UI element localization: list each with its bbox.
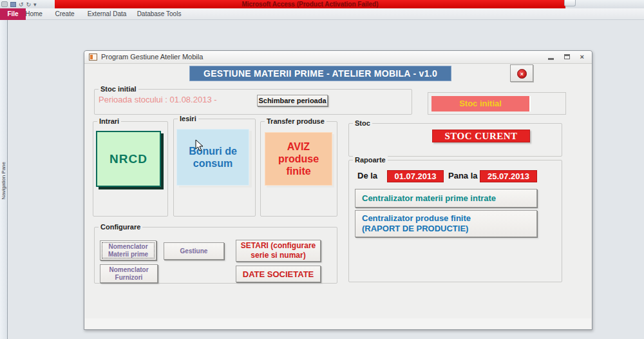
form-titlebar[interactable]: Program Gestiune Atelier Mobila × bbox=[84, 51, 592, 64]
centralizator-materii-prime-button[interactable]: Centralizator materii prime intrate bbox=[355, 189, 537, 208]
form-minimize-icon[interactable] bbox=[548, 58, 554, 60]
form-title: Program Gestiune Atelier Mobila bbox=[101, 53, 203, 61]
group-transfer-produse-label: Transfer produse bbox=[265, 117, 327, 126]
window-title: Microsoft Access (Product Activation Fai… bbox=[55, 0, 565, 8]
mouse-cursor bbox=[195, 139, 204, 151]
access-app-icon[interactable] bbox=[1, 1, 8, 7]
save-icon[interactable] bbox=[10, 2, 16, 7]
schimbare-perioada-button[interactable]: Schimbare perioada bbox=[257, 95, 328, 106]
os-titlebar: ↺ ↻ ▾ Microsoft Access (Product Activati… bbox=[0, 0, 644, 8]
group-iesiri-label: Iesiri bbox=[178, 115, 198, 123]
centralizator-produse-finite-button[interactable]: Centralizator produse finite (RAPORT DE … bbox=[355, 210, 537, 237]
stoc-initial-panel: Stoc initial bbox=[428, 92, 566, 115]
navigation-pane-label: Navigation Pane bbox=[1, 162, 6, 200]
tab-database-tools[interactable]: Database Tools bbox=[130, 8, 188, 20]
tab-home[interactable]: Home bbox=[19, 8, 48, 20]
undo-icon[interactable]: ↺ bbox=[19, 1, 24, 8]
form-icon bbox=[89, 53, 97, 61]
group-stoc-initial-label: Stoc initial bbox=[99, 85, 138, 93]
bonuri-de-consum-button[interactable]: Bonuri de consum bbox=[176, 129, 249, 186]
nrcd-button[interactable]: NRCD bbox=[96, 131, 161, 187]
pana-la-label: Pana la bbox=[448, 171, 478, 180]
nomenclator-materii-prime-button[interactable]: Nomenclator Materii prime bbox=[100, 240, 156, 260]
close-circle-icon: × bbox=[517, 69, 527, 79]
setari-button[interactable]: SETARI (configurare serie si numar) bbox=[236, 240, 321, 262]
de-la-label: De la bbox=[357, 171, 377, 180]
group-stoc-label: Stoc bbox=[353, 119, 372, 128]
nomenclator-furnizori-button[interactable]: Nomenclator Furnizori bbox=[100, 264, 158, 283]
redo-icon[interactable]: ↻ bbox=[26, 1, 32, 8]
ribbon-tab-row: File Home Create External Data Database … bbox=[0, 8, 644, 20]
access-workspace: ↺ ↻ ▾ Microsoft Access (Product Activati… bbox=[0, 0, 644, 339]
de-la-date-field[interactable]: 01.07.2013 bbox=[387, 170, 444, 182]
form-restore-icon[interactable] bbox=[564, 54, 570, 59]
tab-external-data[interactable]: External Data bbox=[81, 8, 133, 20]
stoc-curent-button[interactable]: STOC CURENT bbox=[432, 130, 530, 142]
aviz-produse-finite-button[interactable]: AVIZ produse finite bbox=[265, 132, 332, 186]
form-close-icon[interactable]: × bbox=[580, 53, 584, 60]
perioada-stocului-text: Perioada stocului : 01.08.2013 - bbox=[99, 95, 217, 104]
quick-access-toolbar: ↺ ↻ ▾ bbox=[1, 0, 37, 8]
centralizator-produse-line1: Centralizator produse finite bbox=[362, 213, 471, 224]
date-societate-button[interactable]: DATE SOCIETATE bbox=[236, 266, 321, 282]
centralizator-produse-line2: (RAPORT DE PRODUCTIE) bbox=[362, 224, 468, 234]
group-intrari-label: Intrari bbox=[97, 117, 121, 126]
titlebar-red-band: Microsoft Access (Product Activation Fai… bbox=[55, 0, 565, 8]
form-footer-strip bbox=[85, 318, 591, 329]
ribbon-corner-button[interactable] bbox=[564, 0, 576, 6]
gestiune-button[interactable]: Gestiune bbox=[164, 242, 224, 260]
qat-dropdown-icon[interactable]: ▾ bbox=[33, 1, 37, 8]
group-configurare-label: Configurare bbox=[99, 223, 142, 231]
stoc-initial-button[interactable]: Stoc initial bbox=[431, 96, 529, 111]
form-window: Program Gestiune Atelier Mobila × GESTIU… bbox=[84, 50, 592, 330]
tab-create[interactable]: Create bbox=[50, 8, 79, 20]
navigation-pane-collapsed[interactable]: Navigation Pane bbox=[0, 20, 8, 339]
group-rapoarte-label: Rapoarte bbox=[353, 156, 388, 164]
form-heading: GESTIUNE MATERII PRIME - ATELIER MOBILA … bbox=[189, 66, 451, 81]
exit-button[interactable]: × bbox=[510, 64, 533, 82]
pana-la-date-field[interactable]: 25.07.2013 bbox=[480, 170, 537, 182]
